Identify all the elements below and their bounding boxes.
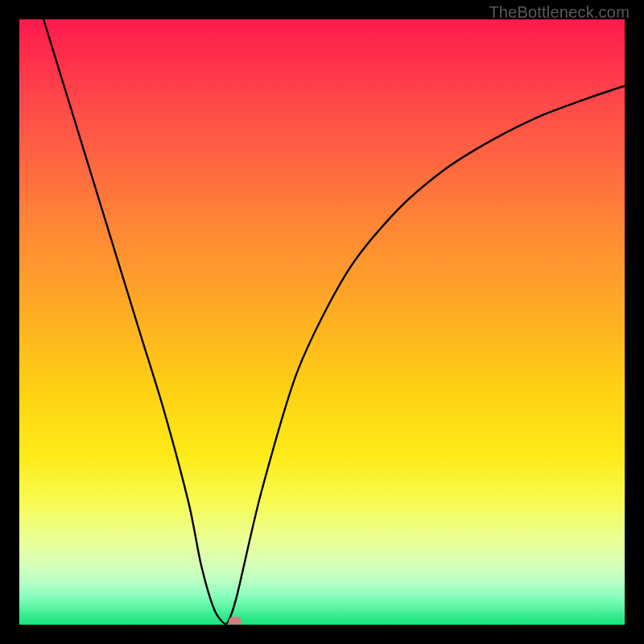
bottleneck-curve <box>19 19 625 625</box>
chart-frame: TheBottleneck.com <box>0 0 644 644</box>
watermark-text: TheBottleneck.com <box>489 3 630 22</box>
optimal-marker <box>229 617 242 625</box>
plot-area <box>19 19 625 625</box>
